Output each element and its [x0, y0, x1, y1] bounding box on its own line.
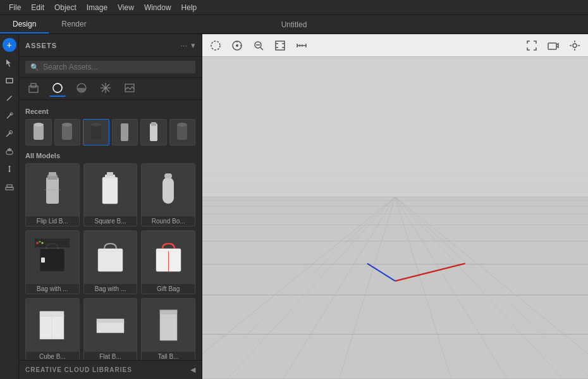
model-flat-box[interactable]: Flat B... [83, 298, 138, 360]
model-cube-box-label: Cube B... [26, 352, 79, 361]
vp-orbit-tool[interactable] [229, 37, 245, 54]
menu-edit[interactable]: Edit [26, 2, 49, 13]
cat-models-icon[interactable] [25, 80, 42, 97]
svg-point-23 [34, 123, 44, 127]
model-square-bottle-label: Square B... [84, 216, 137, 226]
recent-item-4[interactable] [112, 119, 138, 146]
magic-tool-icon[interactable] [3, 109, 16, 123]
vp-frame-tool[interactable] [272, 37, 288, 54]
transform-tool-icon[interactable] [3, 162, 16, 176]
svg-rect-40 [162, 177, 174, 204]
cc-libraries-footer[interactable]: CREATIVE CLOUD LIBRARIES ◀ [19, 360, 202, 379]
tab-design[interactable]: Design [0, 16, 49, 34]
svg-point-32 [177, 123, 187, 127]
svg-point-27 [91, 123, 101, 127]
search-input-wrapper: 🔍 [25, 61, 195, 73]
cc-libraries-label: CREATIVE CLOUD LIBRARIES [25, 366, 132, 373]
vp-measure-tool[interactable] [293, 37, 310, 54]
select-tool-icon[interactable] [3, 56, 16, 70]
model-gift-bag[interactable]: Gift Bag [141, 230, 195, 294]
svg-rect-12 [7, 185, 12, 187]
svg-marker-85 [202, 197, 588, 379]
rect-tool-icon[interactable] [3, 73, 16, 87]
menu-object[interactable]: Object [49, 2, 82, 13]
grid-floor [202, 57, 588, 379]
model-flip-lid-label: Flip Lid B... [26, 216, 79, 226]
assets-actions[interactable]: ··· ▾ [180, 40, 195, 50]
svg-point-45 [39, 241, 41, 243]
vp-camera-tool[interactable] [545, 37, 561, 54]
tab-render[interactable]: Render [49, 16, 99, 34]
eyedropper-tool-icon[interactable] [3, 127, 16, 140]
menu-window[interactable]: Window [139, 2, 176, 13]
svg-rect-37 [102, 177, 118, 204]
model-square-bottle-image [84, 164, 137, 217]
model-bag-dark[interactable]: Bag with ... [25, 230, 80, 294]
tools-sidebar: + [0, 34, 19, 379]
svg-line-1 [7, 96, 11, 101]
model-tall-box[interactable]: Tall B... [141, 298, 195, 360]
model-cube-box[interactable]: Cube B... [25, 298, 80, 360]
svg-rect-59 [160, 310, 177, 314]
svg-rect-22 [34, 125, 44, 140]
svg-rect-56 [97, 321, 124, 333]
svg-rect-57 [97, 319, 124, 323]
cat-images-icon[interactable] [121, 80, 138, 97]
svg-rect-29 [150, 123, 157, 141]
add-tool-icon[interactable]: + [3, 38, 16, 52]
model-square-bottle[interactable]: Square B... [83, 163, 138, 227]
svg-rect-47 [41, 258, 45, 263]
search-input[interactable] [43, 63, 190, 71]
model-bag-dark-label: Bag with ... [26, 284, 79, 294]
assets-title: ASSETS [25, 42, 57, 49]
svg-rect-14 [31, 84, 36, 87]
svg-point-25 [62, 123, 72, 127]
svg-point-60 [211, 41, 220, 50]
menu-file[interactable]: File [4, 2, 26, 13]
svg-rect-78 [548, 43, 556, 49]
vp-settings-tool[interactable] [567, 37, 583, 54]
assets-more-icon[interactable]: ··· [180, 40, 187, 50]
recent-item-6[interactable] [169, 119, 196, 146]
cat-environment-icon[interactable] [97, 80, 114, 97]
model-flip-lid[interactable]: Flip Lid B... [25, 163, 80, 227]
viewport [202, 34, 588, 379]
svg-line-4 [6, 132, 11, 137]
vp-circle-select-tool[interactable] [207, 37, 224, 54]
menu-bar: File Edit Object Image View Window Help [0, 0, 588, 15]
menu-view[interactable]: View [113, 2, 139, 13]
svg-rect-33 [46, 177, 59, 204]
menu-image[interactable]: Image [82, 2, 113, 13]
cc-libraries-arrow[interactable]: ◀ [190, 366, 195, 374]
model-flip-lid-image [26, 164, 79, 217]
tab-bar: Design Render Untitled [0, 15, 588, 34]
pen-tool-icon[interactable] [3, 91, 16, 105]
recent-item-3[interactable] [83, 119, 109, 146]
menu-help[interactable]: Help [176, 2, 202, 13]
window-title: Untitled [281, 20, 307, 29]
recent-item-2[interactable] [54, 119, 81, 146]
recent-grid [25, 119, 195, 146]
svg-rect-41 [164, 173, 172, 178]
cat-materials-icon[interactable] [49, 80, 66, 97]
svg-rect-11 [6, 187, 13, 190]
model-bag-dark-image [26, 231, 79, 284]
svg-rect-0 [6, 78, 13, 83]
cat-lights-icon[interactable] [73, 80, 90, 97]
model-round-bottle[interactable]: Round Bo... [141, 163, 195, 227]
search-bar: 🔍 [19, 57, 202, 78]
vp-fullscreen-tool[interactable] [524, 37, 540, 54]
assets-dropdown-icon[interactable]: ▾ [191, 40, 195, 50]
vp-zoom-out-tool[interactable] [250, 37, 267, 54]
svg-rect-43 [35, 239, 70, 247]
svg-rect-24 [62, 125, 72, 140]
assets-header: ASSETS ··· ▾ [19, 34, 202, 57]
floor-tool-icon[interactable] [3, 180, 16, 194]
category-bar [19, 78, 202, 100]
model-bag-light[interactable]: Bag with ... [83, 230, 138, 294]
model-bag-light-image [84, 231, 137, 284]
hand-tool-icon[interactable] [3, 144, 16, 158]
recent-item-1[interactable] [25, 119, 52, 146]
recent-item-5[interactable] [140, 119, 167, 146]
model-tall-box-image [142, 299, 195, 352]
